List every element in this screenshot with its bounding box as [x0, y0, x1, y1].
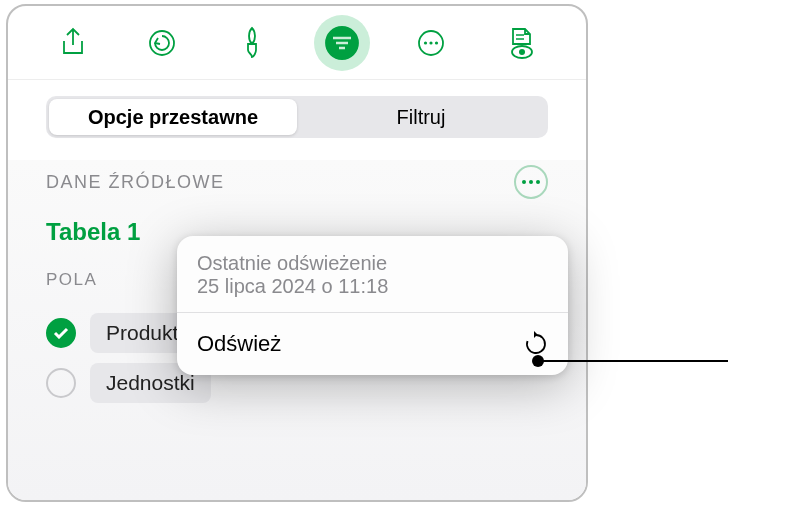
share-icon [59, 27, 87, 59]
undo-button[interactable] [134, 15, 190, 71]
more-button[interactable] [403, 15, 459, 71]
format-button[interactable] [224, 15, 280, 71]
organize-button[interactable] [314, 15, 370, 71]
field-checkbox[interactable] [46, 368, 76, 398]
share-button[interactable] [45, 15, 101, 71]
svg-point-0 [150, 31, 174, 55]
last-refresh-label: Ostatnie odświeżenie [197, 252, 548, 275]
callout-leader-line [538, 360, 728, 362]
ellipsis-circle-icon [416, 28, 446, 58]
field-checkbox[interactable] [46, 318, 76, 348]
filter-list-icon [324, 25, 360, 61]
svg-point-7 [519, 49, 525, 55]
refresh-action[interactable]: Odśwież [177, 313, 568, 375]
source-data-label: DANE ŹRÓDŁOWE [46, 172, 225, 193]
source-data-section-header: DANE ŹRÓDŁOWE [46, 160, 548, 204]
refresh-label: Odśwież [197, 331, 281, 357]
popover-header: Ostatnie odświeżenie 25 lipca 2024 o 11:… [177, 236, 568, 313]
segment-pivot-options[interactable]: Opcje przestawne [49, 99, 297, 135]
view-button[interactable] [493, 15, 549, 71]
paintbrush-icon [237, 26, 267, 60]
checkmark-icon [53, 327, 69, 339]
last-refresh-value: 25 lipca 2024 o 11:18 [197, 275, 548, 298]
segment-filter[interactable]: Filtruj [297, 99, 545, 135]
source-data-more-button[interactable] [514, 165, 548, 199]
segmented-control: Opcje przestawne Filtruj [46, 96, 548, 138]
svg-point-4 [430, 41, 433, 44]
document-view-icon [507, 26, 535, 60]
svg-point-3 [424, 41, 427, 44]
undo-icon [147, 28, 177, 58]
top-toolbar [8, 6, 586, 80]
refresh-popover: Ostatnie odświeżenie 25 lipca 2024 o 11:… [177, 236, 568, 375]
svg-point-5 [435, 41, 438, 44]
refresh-icon [524, 331, 548, 357]
